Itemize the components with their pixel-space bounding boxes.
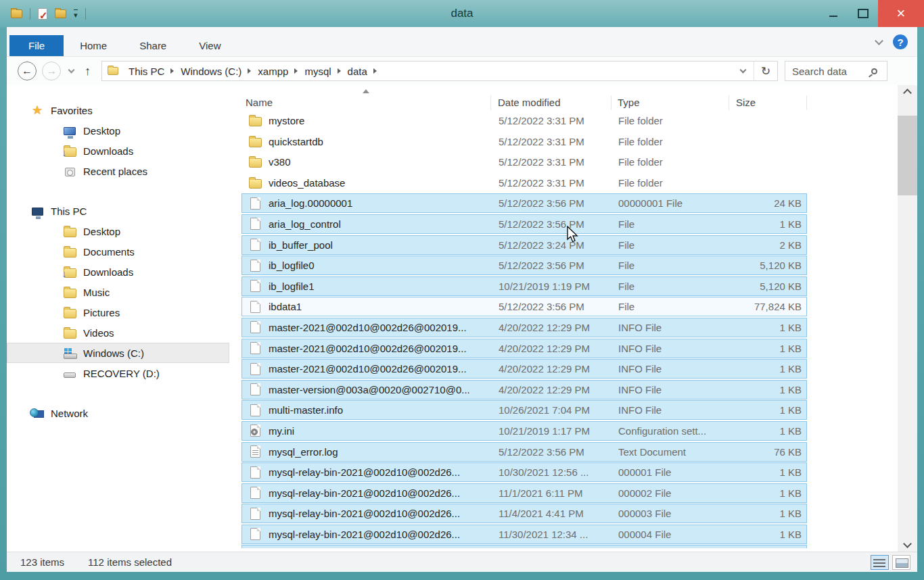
- table-row[interactable]: mysql-relay-bin-2021@002d10@002d26... 11…: [241, 483, 807, 503]
- sidebar-item[interactable]: Downloads: [7, 262, 229, 282]
- breadcrumb-chevron-icon[interactable]: [170, 68, 174, 74]
- sidebar-item[interactable]: Favorites: [7, 100, 229, 120]
- breadcrumb-item[interactable]: xampp: [252, 62, 298, 80]
- properties-icon[interactable]: [38, 8, 47, 20]
- table-row[interactable]: ib_logfile0 5/12/2022 3:56 PM File 5,120…: [241, 256, 807, 275]
- table-row[interactable]: master-2021@002d10@002d26@002019... 4/20…: [241, 339, 807, 358]
- table-row[interactable]: ib_buffer_pool 5/12/2022 3:24 PM File 2 …: [241, 235, 807, 255]
- file-type: File: [612, 260, 730, 271]
- column-header-size[interactable]: Size: [729, 95, 807, 110]
- address-bar[interactable]: This PC Windows (C:) xampp mysql: [101, 61, 778, 81]
- close-button[interactable]: ×: [878, 0, 924, 27]
- maximize-button[interactable]: [848, 0, 878, 27]
- table-row[interactable]: mysql-relay-bin-2021@002d10@002d26... 10…: [241, 462, 807, 482]
- breadcrumb-item[interactable]: data: [342, 62, 377, 80]
- file-date-modified: 4/20/2022 12:29 PM: [492, 343, 612, 354]
- scrollbar-track[interactable]: [898, 98, 917, 539]
- sidebar-item[interactable]: RECOVERY (D:): [7, 363, 229, 383]
- sidebar-item[interactable]: Documents: [7, 241, 229, 262]
- table-row[interactable]: mysql-relay-bin-2021@002d10@002d26... 11…: [241, 504, 807, 523]
- table-row[interactable]: master-2021@002d10@002d26@002019... 4/20…: [241, 318, 807, 337]
- column-header-name[interactable]: Name: [241, 95, 491, 110]
- refresh-icon[interactable]: ↻: [754, 64, 777, 78]
- table-row[interactable]: quickstartdb 5/12/2022 3:31 PM File fold…: [241, 132, 807, 151]
- file-size: 1 KB: [730, 529, 806, 540]
- scrollbar-thumb[interactable]: [898, 116, 917, 195]
- table-row[interactable]: aria_log.00000001 5/12/2022 3:56 PM 0000…: [241, 193, 807, 213]
- sidebar-item[interactable]: Windows (C:): [7, 343, 229, 363]
- file-type-icon: [248, 383, 262, 395]
- address-dropdown-icon[interactable]: [740, 67, 747, 74]
- new-folder-icon[interactable]: [55, 9, 66, 18]
- table-row[interactable]: aria_log_control 5/12/2022 3:56 PM File …: [241, 214, 807, 234]
- search-icon[interactable]: [871, 68, 877, 74]
- breadcrumb-chevron-icon[interactable]: [248, 68, 251, 74]
- customize-toolbar-dropdown-icon[interactable]: ▾: [74, 9, 78, 18]
- ribbon-tab[interactable]: File: [9, 35, 64, 56]
- sidebar-item-icon: [61, 347, 78, 358]
- sidebar-item[interactable]: Downloads: [7, 141, 229, 161]
- sidebar-item[interactable]: Desktop: [7, 221, 229, 241]
- sidebar-item[interactable]: Videos: [7, 322, 229, 343]
- table-row[interactable]: mysql-relay-bin-2021@002d10@002d26... 11…: [241, 525, 807, 544]
- file-date-modified: 11/30/2021 12:34 ...: [492, 529, 612, 540]
- breadcrumb-chevron-icon[interactable]: [294, 68, 298, 74]
- file-type-icon: [248, 321, 262, 333]
- file-type: INFO File: [612, 363, 730, 374]
- sidebar-item-label: Recent places: [83, 166, 147, 177]
- file-name: my.ini: [269, 425, 492, 437]
- sidebar-item[interactable]: Recent places: [7, 161, 229, 181]
- explorer-folder-icon[interactable]: [11, 9, 22, 18]
- back-button[interactable]: ←: [18, 62, 37, 80]
- sidebar-item[interactable]: Music: [7, 282, 229, 302]
- table-row[interactable]: multi-master.info 10/26/2021 7:04 PM INF…: [241, 400, 807, 420]
- ribbon-tab[interactable]: Home: [64, 35, 123, 56]
- file-type-icon: [248, 508, 262, 520]
- sidebar-item[interactable]: This PC: [7, 201, 229, 221]
- breadcrumb-item[interactable]: mysql: [298, 62, 341, 80]
- table-row[interactable]: ibdata1 5/12/2022 3:56 PM File 77,824 KB: [241, 297, 807, 316]
- table-row[interactable]: videos_database 5/12/2022 3:31 PM File f…: [241, 173, 807, 193]
- sidebar-item-icon: [61, 226, 78, 237]
- toolbar-divider: [30, 8, 30, 20]
- table-row[interactable]: mystore 5/12/2022 3:31 PM File folder: [241, 111, 807, 130]
- help-icon[interactable]: ?: [893, 34, 908, 49]
- file-size: 1 KB: [730, 487, 806, 499]
- forward-button[interactable]: ←: [42, 62, 61, 80]
- up-button[interactable]: ↑: [85, 64, 91, 78]
- file-type-icon: [248, 136, 262, 147]
- breadcrumb-item[interactable]: Windows (C:): [175, 62, 252, 80]
- search-box[interactable]: [785, 61, 887, 81]
- sidebar-item[interactable]: Desktop: [7, 120, 229, 141]
- scroll-down-icon[interactable]: [898, 539, 917, 552]
- thumbnails-view-button[interactable]: [892, 555, 910, 570]
- search-input[interactable]: [785, 66, 871, 77]
- expand-ribbon-icon[interactable]: [875, 37, 883, 45]
- table-row[interactable]: master-version@003a@0020@002710@0... 4/2…: [241, 380, 807, 400]
- minimize-button[interactable]: [818, 0, 848, 27]
- table-row[interactable]: mysql_error.log 5/12/2022 3:56 PM Text D…: [241, 442, 807, 462]
- sidebar-item[interactable]: Network: [7, 403, 229, 423]
- sidebar-item-label: Music: [83, 287, 110, 298]
- column-header-type[interactable]: Type: [611, 95, 729, 110]
- table-row[interactable]: master-2021@002d10@002d26@002019... 4/20…: [241, 359, 807, 379]
- file-type-icon: [248, 239, 262, 251]
- table-row[interactable]: ib_logfile1 10/21/2019 1:19 PM File 5,12…: [241, 276, 807, 296]
- partial-row[interactable]: [241, 545, 807, 548]
- vertical-scrollbar[interactable]: [898, 85, 917, 552]
- file-date-modified: 10/30/2021 12:56 ...: [492, 466, 612, 478]
- column-header-date-modified[interactable]: Date modified: [491, 95, 611, 110]
- sidebar-item[interactable]: Pictures: [7, 302, 229, 322]
- ribbon-tab[interactable]: View: [183, 35, 237, 56]
- table-row[interactable]: v380 5/12/2022 3:31 PM File folder: [241, 152, 807, 172]
- breadcrumb-chevron-icon[interactable]: [338, 68, 341, 74]
- breadcrumb-label: mysql: [298, 66, 337, 77]
- breadcrumb-chevron-icon[interactable]: [373, 68, 377, 74]
- details-view-button[interactable]: [871, 555, 889, 570]
- scroll-up-icon[interactable]: [898, 85, 917, 98]
- table-row[interactable]: my.ini 10/21/2019 1:17 PM Configuration …: [241, 421, 807, 441]
- breadcrumb-item[interactable]: This PC: [122, 62, 175, 80]
- file-type-icon: [248, 177, 262, 189]
- recent-locations-dropdown-icon[interactable]: [68, 67, 75, 74]
- ribbon-tab[interactable]: Share: [123, 35, 183, 56]
